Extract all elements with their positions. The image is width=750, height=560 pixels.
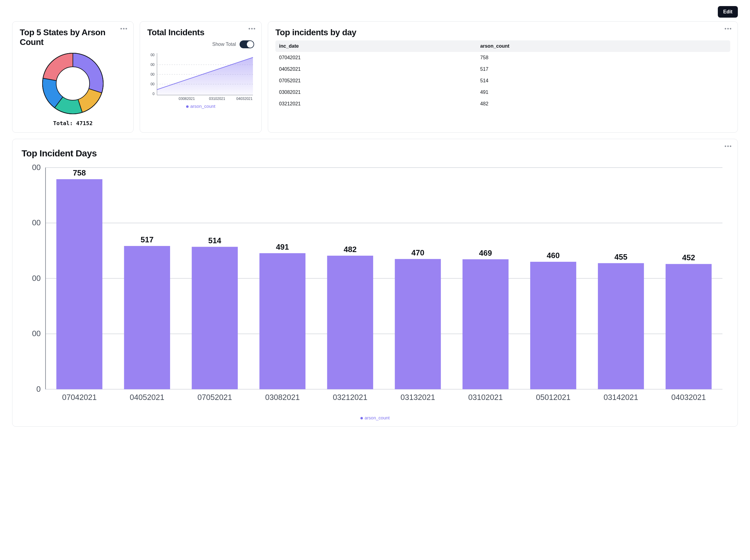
card-top-incidents-by-day: ••• Top incidents by day inc_date arson_…	[268, 21, 738, 133]
bar	[259, 253, 305, 389]
bar	[666, 264, 712, 389]
card-menu-icon[interactable]: •••	[725, 143, 732, 150]
show-total-toggle[interactable]	[240, 40, 254, 48]
table-row: 04052021517	[276, 63, 730, 75]
area-ytick: 0	[153, 92, 155, 96]
area-legend-label: arson_count	[190, 103, 216, 109]
table-cell-inc-date: 03212021	[276, 98, 477, 109]
bar-category-label: 05012021	[536, 393, 570, 401]
area-ytick: 00	[150, 82, 155, 86]
area-xtick: 04032021	[236, 97, 252, 101]
area-ytick: 00	[150, 53, 155, 57]
table-cell-arson-count: 517	[477, 63, 730, 75]
donut-chart	[39, 50, 106, 117]
bar	[124, 246, 170, 389]
table-cell-inc-date: 07052021	[276, 75, 477, 86]
donut-total-label: Total: 47152	[53, 120, 93, 126]
area-xtick: 03102021	[209, 97, 225, 101]
table-cell-inc-date: 07042021	[276, 52, 477, 63]
card-total-incidents: ••• Total Incidents Show Total 00 00 00 …	[140, 21, 262, 133]
bar-ytick: 00	[32, 163, 41, 172]
bar-value-label: 482	[344, 245, 357, 254]
bar	[57, 179, 103, 389]
area-ytick: 00	[150, 72, 155, 77]
bar-category-label: 07042021	[62, 393, 97, 401]
area-xtick: 03082021	[179, 97, 195, 101]
card-title-top-incident-days: Top Incident Days	[22, 148, 728, 159]
bar-value-label: 491	[276, 243, 289, 251]
bar-chart: 0000000007580704202151704052021514070520…	[22, 162, 728, 413]
bar-ytick: 00	[32, 218, 41, 227]
bar-legend: arson_count	[22, 415, 728, 420]
card-menu-icon[interactable]: •••	[248, 26, 256, 32]
bar-category-label: 04052021	[130, 393, 164, 401]
table-header-inc-date: inc_date	[276, 40, 477, 52]
bar-ytick: 00	[32, 329, 41, 338]
table-cell-inc-date: 03082021	[276, 86, 477, 98]
bar-value-label: 452	[682, 253, 695, 262]
table-row: 07052021514	[276, 75, 730, 86]
bar-legend-label: arson_count	[365, 415, 390, 420]
card-menu-icon[interactable]: •••	[725, 26, 732, 32]
bar	[598, 263, 644, 389]
card-title-top5: Top 5 States by Arson Count	[20, 28, 126, 47]
bar-category-label: 03082021	[265, 393, 300, 401]
table-cell-arson-count: 514	[477, 75, 730, 86]
bar	[191, 247, 238, 389]
bar-value-label: 758	[73, 168, 86, 177]
toggle-label-show-total: Show Total	[212, 42, 236, 47]
bar-category-label: 03212021	[333, 393, 367, 401]
table-cell-arson-count: 482	[477, 98, 730, 109]
bar-value-label: 469	[479, 249, 492, 257]
bar-value-label: 470	[411, 248, 425, 257]
bar	[327, 256, 373, 389]
card-menu-icon[interactable]: •••	[120, 26, 128, 32]
bar-category-label: 03102021	[468, 393, 503, 401]
table-cell-arson-count: 758	[477, 52, 730, 63]
bar	[463, 259, 509, 389]
card-title-top-incidents-by-day: Top incidents by day	[276, 28, 730, 37]
table-cell-inc-date: 04052021	[276, 63, 477, 75]
area-ytick: 00	[150, 63, 155, 67]
incidents-table: inc_date arson_count 0704202175804052021…	[276, 40, 730, 109]
bar-category-label: 03142021	[604, 393, 638, 401]
bar-value-label: 517	[141, 235, 154, 244]
table-row: 03082021491	[276, 86, 730, 98]
area-legend: arson_count	[147, 103, 254, 109]
area-chart: 00 00 00 00 0 03082021 03102021	[147, 50, 254, 102]
bar-value-label: 460	[547, 251, 560, 260]
bar-value-label: 455	[614, 253, 627, 261]
bar	[530, 262, 576, 389]
edit-button[interactable]: Edit	[718, 6, 738, 18]
table-row: 03212021482	[276, 98, 730, 109]
card-title-total-incidents: Total Incidents	[147, 28, 254, 37]
bar-category-label: 07052021	[197, 393, 232, 401]
card-top5-states: ••• Top 5 States by Arson Count	[12, 21, 134, 133]
table-cell-arson-count: 491	[477, 86, 730, 98]
bar-category-label: 04032021	[671, 393, 706, 401]
bar-value-label: 514	[208, 236, 222, 245]
table-row: 07042021758	[276, 52, 730, 63]
card-top-incident-days: ••• Top Incident Days 000000000758070420…	[12, 139, 738, 427]
bar-ytick: 00	[32, 274, 41, 282]
bar	[395, 259, 441, 389]
table-header-arson-count: arson_count	[477, 40, 730, 52]
bar-ytick: 0	[37, 385, 41, 393]
bar-category-label: 03132021	[401, 393, 435, 401]
